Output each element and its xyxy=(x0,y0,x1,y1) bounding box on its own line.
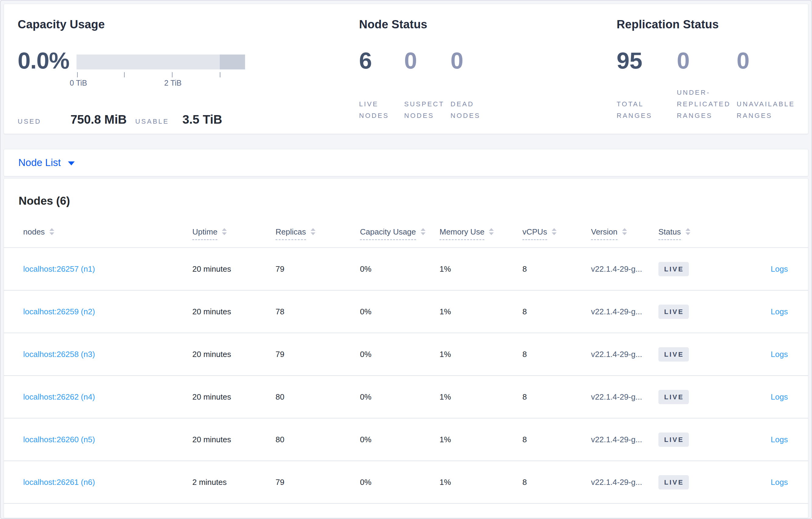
capacity-usage-title: Capacity Usage xyxy=(18,18,359,31)
sort-icon xyxy=(686,228,690,235)
capacity-usage-cell: 0% xyxy=(360,264,439,274)
node-address-link[interactable]: localhost:26257 (n1) xyxy=(23,264,95,274)
version-cell: v22.1.4-29-g... xyxy=(591,307,658,316)
used-label: USED xyxy=(18,118,41,125)
column-header-nodes[interactable]: nodes xyxy=(23,227,192,237)
status-badge: LIVE xyxy=(658,475,689,489)
logs-link[interactable]: Logs xyxy=(771,392,788,401)
capacity-tick-label-0: 0 TiB xyxy=(70,79,87,87)
total-ranges-stat: 95 TOTAL RANGES xyxy=(617,49,677,122)
column-header-capacity-usage[interactable]: Capacity Usage xyxy=(360,227,439,237)
under-replicated-ranges-value: 0 xyxy=(677,49,736,73)
capacity-bar-dark-segment xyxy=(220,55,245,69)
nodes-heading: Nodes (6) xyxy=(4,179,808,208)
node-list-dropdown[interactable]: Node List xyxy=(18,157,75,169)
logs-link[interactable]: Logs xyxy=(771,264,788,274)
node-address-link[interactable]: localhost:26258 (n3) xyxy=(23,350,95,359)
cluster-summary-panel: Capacity Usage 0.0% 0 TiB 2 TiB USED 750… xyxy=(4,4,808,134)
table-row: localhost:26261 (n6) 2 minutes 79 0% 1% … xyxy=(4,461,808,504)
capacity-usage-cell: 0% xyxy=(360,435,439,445)
memory-use-cell: 1% xyxy=(439,350,522,359)
node-address-link[interactable]: localhost:26261 (n6) xyxy=(23,478,95,487)
dead-nodes-label: DEAD NODES xyxy=(451,98,491,122)
uptime-cell: 20 minutes xyxy=(192,307,276,316)
vcpus-cell: 8 xyxy=(522,307,591,316)
capacity-tick-label-2: 2 TiB xyxy=(164,79,182,87)
node-list-dropdown-label: Node List xyxy=(18,157,61,169)
sort-icon xyxy=(222,228,227,235)
replicas-cell: 79 xyxy=(276,478,360,487)
uptime-cell: 2 minutes xyxy=(192,478,276,487)
view-selector-bar: Node List xyxy=(4,149,808,176)
logs-link[interactable]: Logs xyxy=(771,307,788,316)
capacity-bar xyxy=(77,55,245,69)
logs-link[interactable]: Logs xyxy=(771,435,788,444)
usable-label: USABLE xyxy=(135,118,169,125)
table-row: localhost:26260 (n5) 20 minutes 80 0% 1%… xyxy=(4,419,808,461)
vcpus-cell: 8 xyxy=(522,392,591,402)
node-status-section: Node Status 6 LIVE NODES 0 SUSPECT NODES… xyxy=(359,18,617,134)
node-status-title: Node Status xyxy=(359,18,617,31)
live-nodes-label: LIVE NODES xyxy=(359,98,399,122)
sort-icon xyxy=(552,228,557,235)
replication-status-title: Replication Status xyxy=(617,18,808,31)
version-cell: v22.1.4-29-g... xyxy=(591,264,658,274)
suspect-nodes-value: 0 xyxy=(404,49,451,73)
logs-link[interactable]: Logs xyxy=(771,478,788,487)
sort-icon xyxy=(622,228,627,235)
memory-use-cell: 1% xyxy=(439,264,522,274)
uptime-cell: 20 minutes xyxy=(192,392,276,402)
replicas-cell: 80 xyxy=(276,392,360,402)
capacity-percent-value: 0.0% xyxy=(18,49,69,88)
total-ranges-label: TOTAL RANGES xyxy=(617,98,659,122)
column-header-version[interactable]: Version xyxy=(591,227,658,237)
usable-value: 3.5 TiB xyxy=(182,112,222,127)
replicas-cell: 79 xyxy=(276,264,360,274)
node-address-link[interactable]: localhost:26260 (n5) xyxy=(23,435,95,444)
version-cell: v22.1.4-29-g... xyxy=(591,435,658,445)
status-badge: LIVE xyxy=(658,262,689,276)
column-header-replicas[interactable]: Replicas xyxy=(276,227,360,237)
table-row: localhost:26258 (n3) 20 minutes 79 0% 1%… xyxy=(4,333,808,376)
node-address-link[interactable]: localhost:26262 (n4) xyxy=(23,392,95,401)
replicas-cell: 78 xyxy=(276,307,360,316)
under-replicated-ranges-stat: 0 UNDER-REPLICATED RANGES xyxy=(677,49,736,122)
unavailable-ranges-stat: 0 UNAVAILABLE RANGES xyxy=(737,49,808,122)
column-header-vcpus[interactable]: vCPUs xyxy=(522,227,591,237)
version-cell: v22.1.4-29-g... xyxy=(591,350,658,359)
suspect-nodes-label: SUSPECT NODES xyxy=(404,98,444,122)
sort-icon xyxy=(489,228,494,235)
column-header-status[interactable]: Status xyxy=(658,227,731,237)
column-header-memory-use[interactable]: Memory Use xyxy=(439,227,522,237)
cluster-overview-page: Capacity Usage 0.0% 0 TiB 2 TiB USED 750… xyxy=(0,0,812,519)
memory-use-cell: 1% xyxy=(439,478,522,487)
replicas-cell: 80 xyxy=(276,435,360,445)
table-row: localhost:26257 (n1) 20 minutes 79 0% 1%… xyxy=(4,248,808,291)
memory-use-cell: 1% xyxy=(439,392,522,402)
capacity-usage-cell: 0% xyxy=(360,307,439,316)
live-nodes-value: 6 xyxy=(359,49,404,73)
logs-link[interactable]: Logs xyxy=(771,350,788,359)
column-header-uptime[interactable]: Uptime xyxy=(192,227,276,237)
nodes-table-panel: Nodes (6) nodes Uptime Replicas Capacity… xyxy=(4,178,808,518)
node-address-link[interactable]: localhost:26259 (n2) xyxy=(23,307,95,316)
suspect-nodes-stat: 0 SUSPECT NODES xyxy=(404,49,451,122)
under-replicated-ranges-label: UNDER-REPLICATED RANGES xyxy=(677,87,735,122)
used-value: 750.8 MiB xyxy=(70,112,127,127)
uptime-cell: 20 minutes xyxy=(192,435,276,445)
vcpus-cell: 8 xyxy=(522,264,591,274)
memory-use-cell: 1% xyxy=(439,435,522,445)
sort-icon xyxy=(311,228,316,235)
status-badge: LIVE xyxy=(658,390,689,404)
total-ranges-value: 95 xyxy=(617,49,677,73)
memory-use-cell: 1% xyxy=(439,307,522,316)
capacity-usage-cell: 0% xyxy=(360,350,439,359)
dead-nodes-value: 0 xyxy=(451,49,491,73)
unavailable-ranges-value: 0 xyxy=(737,49,808,73)
caret-down-icon xyxy=(68,161,75,165)
capacity-usage-section: Capacity Usage 0.0% 0 TiB 2 TiB USED 750… xyxy=(18,18,359,134)
live-nodes-stat: 6 LIVE NODES xyxy=(359,49,404,122)
status-badge: LIVE xyxy=(658,347,689,362)
status-badge: LIVE xyxy=(658,432,689,447)
uptime-cell: 20 minutes xyxy=(192,350,276,359)
